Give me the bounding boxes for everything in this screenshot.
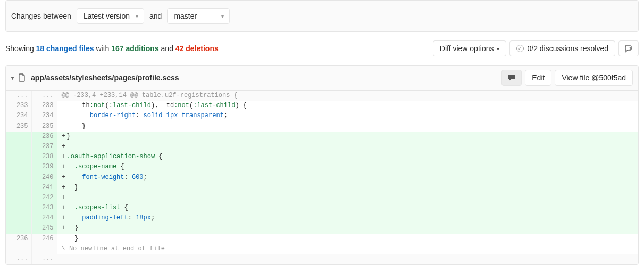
- line-number[interactable]: 235: [31, 121, 57, 132]
- comment-next-icon: [624, 44, 633, 53]
- line-number[interactable]: 237: [31, 142, 57, 152]
- code-line: border-right: solid 1px transparent;: [57, 111, 638, 121]
- line-number[interactable]: 242: [31, 193, 57, 203]
- line-number[interactable]: [6, 183, 31, 193]
- showing-label: Showing: [5, 44, 36, 53]
- additions-count: 167 additions: [111, 44, 158, 53]
- code-line: th:not(:last-child), td:not(:last-child)…: [57, 101, 638, 111]
- table-row: 237+: [6, 142, 638, 152]
- toggle-comments-button[interactable]: [501, 70, 522, 86]
- code-line: + .scopes-list {: [57, 203, 638, 213]
- line-number[interactable]: [6, 193, 31, 203]
- table-row: 235235 }: [6, 121, 638, 132]
- circle-check-icon: ✓: [516, 45, 524, 52]
- line-number[interactable]: [6, 173, 31, 183]
- line-number[interactable]: 234: [6, 111, 31, 121]
- edit-file-button[interactable]: Edit: [525, 70, 551, 86]
- table-row: 236+}: [6, 132, 638, 142]
- line-number[interactable]: 233: [6, 101, 31, 111]
- no-newline-text: \ No newline at end of file: [57, 244, 638, 254]
- edit-label: Edit: [532, 73, 545, 82]
- diff-view-options-button[interactable]: Diff view options ▾: [433, 40, 507, 56]
- version-dropdown-value: Latest version: [83, 12, 130, 20]
- code-line: + font-weight: 600;: [57, 173, 638, 183]
- table-row: 242+: [6, 193, 638, 203]
- file-title[interactable]: ▾ app/assets/stylesheets/pages/profile.s…: [11, 73, 179, 82]
- changed-files-link[interactable]: 18 changed files: [36, 44, 94, 53]
- diff-table: ......@@ -233,4 +233,14 @@ table.u2f-reg…: [6, 91, 638, 264]
- table-row: 244+ padding-left: 18px;: [6, 213, 638, 223]
- line-number[interactable]: 246: [31, 234, 57, 244]
- line-number[interactable]: ...: [6, 91, 31, 101]
- with-label: with: [94, 44, 112, 53]
- line-number[interactable]: ...: [31, 91, 57, 101]
- table-row: 243+ .scopes-list {: [6, 203, 638, 213]
- code-line: + }: [57, 223, 638, 233]
- chevron-down-icon: ▾: [221, 13, 224, 19]
- discussions-resolved-label: 0/2 discussions resolved: [527, 44, 608, 53]
- chevron-down-icon: ▾: [136, 13, 138, 19]
- line-number[interactable]: [6, 132, 31, 142]
- diff-file: ▾ app/assets/stylesheets/pages/profile.s…: [5, 65, 639, 265]
- code-line: +.oauth-application-show {: [57, 152, 638, 162]
- diff-summary-text: Showing 18 changed files with 167 additi…: [5, 44, 219, 53]
- table-row: 245+ }: [6, 223, 638, 233]
- line-number[interactable]: [6, 152, 31, 162]
- code-line: +}: [57, 132, 638, 142]
- table-row: 236246 }: [6, 234, 638, 244]
- code-line: }: [57, 234, 638, 244]
- file-icon: [18, 73, 27, 82]
- and-label: and: [149, 12, 162, 20]
- line-number[interactable]: 241: [31, 183, 57, 193]
- line-number[interactable]: 236: [6, 234, 31, 244]
- line-number[interactable]: 243: [31, 203, 57, 213]
- line-number[interactable]: 236: [31, 132, 57, 142]
- line-number[interactable]: ...: [31, 254, 57, 264]
- code-line: +: [57, 193, 638, 203]
- file-path: app/assets/stylesheets/pages/profile.scs…: [31, 73, 179, 82]
- version-dropdown[interactable]: Latest version ▾: [77, 8, 144, 24]
- line-number[interactable]: 245: [31, 223, 57, 233]
- table-row: 241+ }: [6, 183, 638, 193]
- line-number[interactable]: 238: [31, 152, 57, 162]
- and-label-2: and: [159, 44, 175, 53]
- summary-actions: Diff view options ▾ ✓ 0/2 discussions re…: [433, 40, 639, 56]
- line-number[interactable]: 234: [31, 111, 57, 121]
- line-number[interactable]: 233: [31, 101, 57, 111]
- hunk-row: ......@@ -233,4 +233,14 @@ table.u2f-reg…: [6, 91, 638, 101]
- target-dropdown[interactable]: master ▾: [167, 8, 230, 24]
- line-number[interactable]: 240: [31, 173, 57, 183]
- line-number[interactable]: [6, 213, 31, 223]
- line-number[interactable]: [6, 203, 31, 213]
- collapse-caret-icon[interactable]: ▾: [11, 75, 14, 81]
- line-number[interactable]: ...: [6, 254, 31, 264]
- diff-summary-row: Showing 18 changed files with 167 additi…: [5, 32, 639, 65]
- table-row: 239+ .scope-name {: [6, 162, 638, 172]
- file-actions: Edit View file @500f5ad: [501, 70, 633, 86]
- table-row: 238+.oauth-application-show {: [6, 152, 638, 162]
- line-number[interactable]: 235: [6, 121, 31, 132]
- line-number[interactable]: [6, 142, 31, 152]
- caret-down-icon: ▾: [497, 46, 499, 52]
- diff-view-options-label: Diff view options: [440, 44, 494, 53]
- line-number[interactable]: [6, 162, 31, 172]
- line-number[interactable]: [6, 223, 31, 233]
- view-file-button[interactable]: View file @500f5ad: [555, 70, 633, 86]
- deletions-count: 42 deletions: [175, 44, 219, 53]
- table-row: 234234 border-right: solid 1px transpare…: [6, 111, 638, 121]
- jump-to-discussion-button[interactable]: [618, 40, 639, 56]
- line-number[interactable]: 244: [31, 213, 57, 223]
- target-dropdown-value: master: [174, 12, 197, 20]
- changes-between-label: Changes between: [11, 12, 71, 20]
- line-number[interactable]: 239: [31, 162, 57, 172]
- view-file-label: View file @500f5ad: [562, 73, 626, 82]
- file-header: ▾ app/assets/stylesheets/pages/profile.s…: [6, 66, 638, 91]
- expand-row[interactable]: ......: [6, 254, 638, 264]
- code-line: }: [57, 121, 638, 132]
- table-row: 233233 th:not(:last-child), td:not(:last…: [6, 101, 638, 111]
- discussions-resolved-button[interactable]: ✓ 0/2 discussions resolved: [509, 40, 615, 56]
- line-number[interactable]: [6, 244, 31, 254]
- table-row: 240+ font-weight: 600;: [6, 173, 638, 183]
- line-number[interactable]: [31, 244, 57, 254]
- code-line: + .scope-name {: [57, 162, 638, 172]
